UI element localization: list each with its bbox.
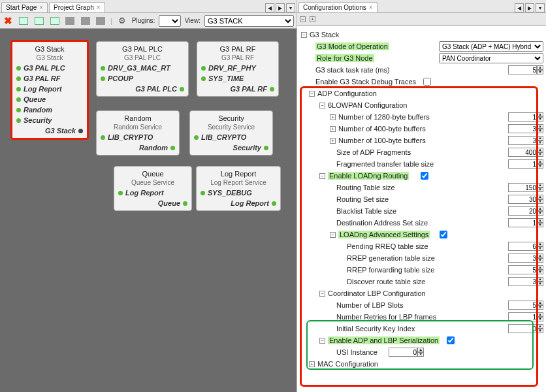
role-label: Role for G3 Node <box>315 54 374 62</box>
toggle-icon[interactable]: − <box>319 338 325 344</box>
rtable-input[interactable] <box>508 183 537 192</box>
role-select[interactable]: PAN Coordinator <box>439 53 543 63</box>
tab-project-graph[interactable]: Project Graph× <box>49 2 105 12</box>
spinner[interactable]: ▲▼ <box>537 65 543 74</box>
spinner[interactable]: ▲▼ <box>537 148 543 157</box>
prreq-input[interactable] <box>508 242 537 251</box>
config-tree[interactable]: −G3 Stack G3 Mode of OperationG3 Stack (… <box>297 26 546 392</box>
spinner[interactable]: ▲▼ <box>537 277 543 286</box>
toggle-icon[interactable]: − <box>330 232 336 238</box>
mode-select[interactable]: G3 Stack (ADP + MAC) Hybrid PLC & RF <box>439 41 543 52</box>
close-icon[interactable]: × <box>39 4 43 11</box>
frag-size-input[interactable] <box>508 148 537 157</box>
spinner[interactable]: ▲▼ <box>537 253 543 263</box>
plugins-label: Plugins: <box>132 17 155 24</box>
spinner[interactable]: ▲▼ <box>537 218 543 227</box>
node-g3-pal-rf[interactable]: G3 PAL RF G3 PAL RF DRV_RF_PHY SYS_TIME … <box>197 41 279 97</box>
task-rate-label: G3 stack task rate (ms) <box>315 66 390 74</box>
view-select[interactable]: G3 STACK <box>204 15 294 27</box>
plugins-select[interactable] <box>159 15 180 27</box>
spinner[interactable]: ▲▼ <box>537 242 543 251</box>
task-rate-input[interactable] <box>508 65 537 74</box>
options-button[interactable]: ▾ <box>536 3 545 12</box>
toggle-icon[interactable]: + <box>330 114 336 120</box>
buf1280-input[interactable] <box>508 112 537 122</box>
lbp-retries-input[interactable] <box>508 312 537 321</box>
toggle-icon[interactable]: − <box>319 291 325 297</box>
delete-icon[interactable]: ✖ <box>3 15 14 27</box>
node-subtitle: Security Service <box>193 123 270 132</box>
toggle-icon[interactable]: − <box>319 103 325 108</box>
collapse-all-button[interactable]: − <box>300 16 306 22</box>
toggle-icon[interactable]: + <box>330 138 336 144</box>
node-subtitle: Log Report Service <box>199 179 278 188</box>
node-subtitle: Random Service <box>99 123 176 132</box>
sixlowpan-label: 6LOWPAN Configuration <box>328 101 407 109</box>
close-icon[interactable]: × <box>97 4 101 11</box>
blist-input[interactable] <box>508 206 537 216</box>
nav-next-button[interactable]: ▶ <box>525 3 534 12</box>
expand-all-button[interactable]: + <box>310 16 315 22</box>
spinner[interactable]: ▲▼ <box>537 112 543 122</box>
spinner[interactable]: ▲▼ <box>417 348 424 357</box>
loadng-adv-checkbox[interactable] <box>440 231 447 238</box>
frag-table-input[interactable] <box>508 159 537 169</box>
toggle-icon[interactable]: − <box>309 91 315 97</box>
tool-icon[interactable] <box>64 15 76 27</box>
node-g3-pal-plc[interactable]: G3 PAL PLC G3 PAL PLC DRV_G3_MAC_RT PCOU… <box>96 41 189 97</box>
tool-icon[interactable] <box>33 15 45 27</box>
toggle-icon[interactable]: + <box>330 126 336 132</box>
node-queue[interactable]: Queue Queue Service Log Report Queue <box>114 166 192 211</box>
daddr-input[interactable] <box>508 218 537 227</box>
rrepg-input[interactable] <box>508 253 537 263</box>
spinner[interactable]: ▲▼ <box>537 206 543 216</box>
options-button[interactable]: ▾ <box>286 3 295 12</box>
graph-toolbar: ✖ | ⚙ Plugins: View: G3 STACK <box>0 13 297 29</box>
debug-traces-checkbox[interactable] <box>423 78 431 86</box>
node-title: G3 PAL RF <box>200 44 276 54</box>
serial-checkbox[interactable] <box>447 336 455 344</box>
rrepf-input[interactable] <box>508 265 537 274</box>
buf400-input[interactable] <box>508 124 537 133</box>
node-subtitle: Queue Service <box>117 179 189 188</box>
tool-icon[interactable] <box>49 15 61 27</box>
rset-input[interactable] <box>508 195 537 204</box>
toggle-icon[interactable]: − <box>301 32 307 38</box>
toggle-icon[interactable]: − <box>319 173 325 179</box>
toggle-icon[interactable]: + <box>309 361 315 367</box>
spinner[interactable]: ▲▼ <box>537 124 543 133</box>
spinner[interactable]: ▲▼ <box>537 301 543 310</box>
close-icon[interactable]: × <box>369 4 373 11</box>
nav-next-button[interactable]: ▶ <box>276 3 285 12</box>
lbp-slots-input[interactable] <box>508 301 537 310</box>
nav-prev-button[interactable]: ◀ <box>265 3 274 12</box>
graph-canvas[interactable]: G3 Stack G3 Stack G3 PAL PLC G3 PAL RF L… <box>0 29 297 392</box>
spinner[interactable]: ▲▼ <box>537 195 543 204</box>
tool-icon[interactable] <box>18 15 30 27</box>
spinner[interactable]: ▲▼ <box>537 136 543 145</box>
buf100-input[interactable] <box>508 136 537 145</box>
node-title: Security <box>193 113 270 123</box>
droute-input[interactable] <box>508 277 537 286</box>
spinner[interactable]: ▲▼ <box>537 159 543 169</box>
node-random[interactable]: Random Random Service LIB_CRYPTO Random <box>96 110 180 155</box>
nav-prev-button[interactable]: ◀ <box>515 3 524 12</box>
coord-lbp-label: Coordinator LBP Configuration <box>328 289 426 297</box>
tool-icon[interactable] <box>95 15 107 27</box>
node-g3-stack[interactable]: G3 Stack G3 Stack G3 PAL PLC G3 PAL RF L… <box>10 40 89 140</box>
node-title: Log Report <box>199 169 278 179</box>
spinner[interactable]: ▲▼ <box>537 312 543 321</box>
node-log-report[interactable]: Log Report Log Report Service SYS_DEBUG … <box>196 166 281 211</box>
node-subtitle: G3 PAL PLC <box>99 54 185 63</box>
tab-start-page[interactable]: Start Page× <box>1 2 48 12</box>
spinner[interactable]: ▲▼ <box>537 265 543 274</box>
spinner[interactable]: ▲▼ <box>537 183 543 192</box>
lbp-secidx-input[interactable] <box>508 324 537 333</box>
tab-config-options[interactable]: Configuration Options× <box>298 2 377 12</box>
node-security[interactable]: Security Security Service LIB_CRYPTO Sec… <box>189 110 273 155</box>
usi-input[interactable] <box>389 348 417 357</box>
loadng-checkbox[interactable] <box>421 172 428 180</box>
node-title: G3 Stack <box>15 44 84 54</box>
spinner[interactable]: ▲▼ <box>537 324 543 333</box>
tool-icon[interactable] <box>80 15 91 27</box>
